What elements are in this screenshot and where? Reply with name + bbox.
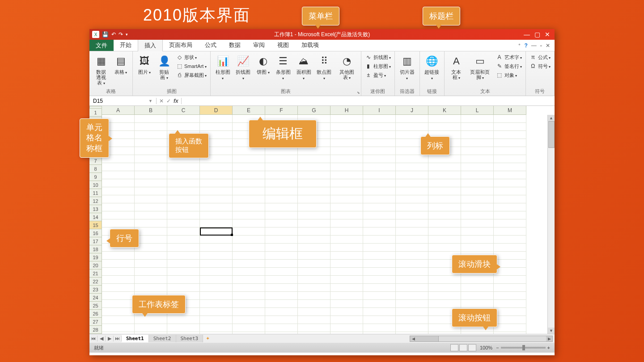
ribbon-btn-签名行[interactable]: ✎签名行 ▾	[495, 62, 523, 70]
cell[interactable]	[200, 211, 233, 219]
cell[interactable]	[167, 211, 200, 219]
ribbon-btn-屏幕截图[interactable]: ⎙屏幕截图 ▾	[175, 71, 208, 79]
cell[interactable]	[396, 260, 428, 268]
cell[interactable]	[330, 171, 363, 179]
cell[interactable]	[298, 227, 330, 236]
cell[interactable]	[233, 300, 265, 308]
cell[interactable]	[494, 155, 526, 163]
cell[interactable]	[233, 292, 265, 300]
cell[interactable]	[265, 163, 298, 171]
cell[interactable]	[102, 300, 135, 308]
cell[interactable]	[102, 252, 135, 260]
cell[interactable]	[265, 284, 298, 292]
cell[interactable]	[363, 203, 396, 211]
cell[interactable]	[494, 187, 526, 195]
cell[interactable]	[233, 147, 265, 155]
cell[interactable]	[167, 227, 200, 236]
cell[interactable]	[461, 163, 494, 171]
row-header-24[interactable]: 24	[89, 294, 102, 302]
cell[interactable]	[233, 219, 265, 227]
cell[interactable]	[233, 227, 265, 236]
cell[interactable]	[167, 163, 200, 171]
cell[interactable]	[494, 147, 526, 155]
ribbon-btn-折线图[interactable]: ∿折线图 ▾	[364, 53, 392, 61]
cell[interactable]	[167, 332, 200, 334]
cell[interactable]	[200, 236, 233, 244]
cell[interactable]	[135, 252, 167, 260]
cell[interactable]	[135, 123, 167, 131]
cell[interactable]	[265, 236, 298, 244]
cell[interactable]	[494, 195, 526, 203]
cell[interactable]	[330, 332, 363, 334]
cell[interactable]	[494, 292, 526, 300]
cell[interactable]	[396, 203, 428, 211]
cell[interactable]	[330, 163, 363, 171]
row-header-25[interactable]: 25	[89, 302, 102, 310]
ribbon-btn-柱形图[interactable]: 📊柱形图 ▾	[213, 53, 232, 82]
cell[interactable]	[330, 123, 363, 131]
cell[interactable]	[200, 268, 233, 276]
cell[interactable]	[167, 171, 200, 179]
cell[interactable]	[330, 227, 363, 236]
cell[interactable]	[233, 203, 265, 211]
cell[interactable]	[167, 187, 200, 195]
cell[interactable]	[461, 203, 494, 211]
tab-开始[interactable]: 开始	[114, 39, 138, 51]
cell[interactable]	[200, 203, 233, 211]
cell[interactable]	[396, 276, 428, 284]
cell[interactable]	[396, 115, 428, 123]
cell[interactable]	[494, 252, 526, 260]
name-box[interactable]: D15 ▼	[89, 98, 157, 104]
cell[interactable]	[494, 284, 526, 292]
cell[interactable]	[135, 163, 167, 171]
qat-dropdown-icon[interactable]: ▾	[126, 32, 128, 37]
cell[interactable]	[265, 316, 298, 324]
active-cell[interactable]	[200, 227, 233, 236]
view-normal-icon[interactable]	[450, 344, 458, 351]
tab-nav-last-icon[interactable]: ⏭	[114, 336, 122, 341]
cell[interactable]	[461, 123, 494, 131]
cell[interactable]	[102, 316, 135, 324]
cell[interactable]	[363, 123, 396, 131]
cell[interactable]	[102, 203, 135, 211]
cell[interactable]	[396, 332, 428, 334]
cell[interactable]	[330, 195, 363, 203]
cell[interactable]	[330, 316, 363, 324]
cell[interactable]	[494, 163, 526, 171]
cell[interactable]	[363, 300, 396, 308]
cell[interactable]	[428, 179, 461, 187]
cell[interactable]	[265, 171, 298, 179]
cell[interactable]	[396, 219, 428, 227]
cell[interactable]	[265, 252, 298, 260]
col-header-A[interactable]: A	[102, 106, 135, 115]
cell[interactable]	[167, 195, 200, 203]
inner-min-icon[interactable]: —	[531, 42, 537, 49]
cell[interactable]	[428, 115, 461, 123]
cell[interactable]	[298, 308, 330, 316]
zoom-slider[interactable]	[501, 347, 546, 349]
cell[interactable]	[265, 308, 298, 316]
cell[interactable]	[428, 187, 461, 195]
cell[interactable]	[396, 316, 428, 324]
cell[interactable]	[494, 131, 526, 139]
cell[interactable]	[135, 316, 167, 324]
cell[interactable]	[298, 276, 330, 284]
cell[interactable]	[396, 252, 428, 260]
cell[interactable]	[298, 244, 330, 252]
cell[interactable]	[135, 115, 167, 123]
cell[interactable]	[494, 300, 526, 308]
cell[interactable]	[330, 139, 363, 147]
redo-icon[interactable]: ↷	[119, 31, 123, 38]
cell[interactable]	[363, 115, 396, 123]
cell[interactable]	[494, 203, 526, 211]
cell[interactable]	[200, 115, 233, 123]
vertical-scrollbar[interactable]: ▲ ▼	[547, 115, 555, 334]
cell[interactable]	[200, 292, 233, 300]
row-header-22[interactable]: 22	[89, 278, 102, 286]
cell[interactable]	[330, 244, 363, 252]
cell[interactable]	[461, 115, 494, 123]
cell[interactable]	[461, 211, 494, 219]
cell[interactable]	[428, 203, 461, 211]
cell[interactable]	[233, 252, 265, 260]
cell[interactable]	[102, 284, 135, 292]
